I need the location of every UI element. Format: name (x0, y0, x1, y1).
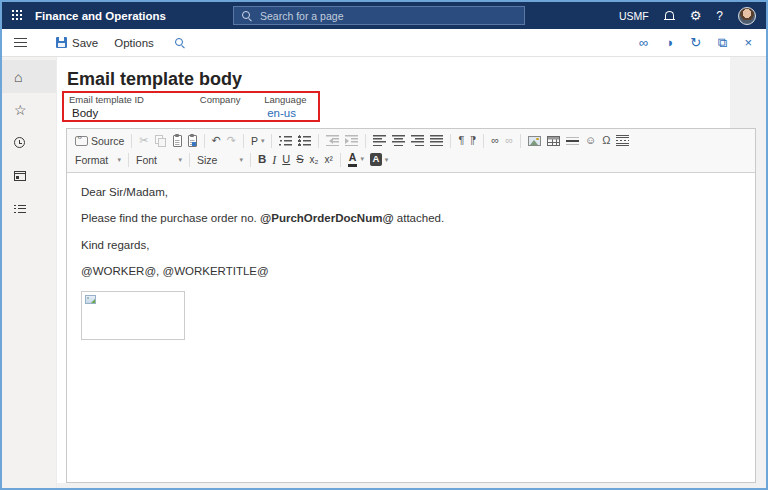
link-button[interactable]: ∞ (488, 134, 502, 147)
attachments-icon[interactable]: ∞ (639, 36, 648, 49)
strikethrough-button[interactable]: S (293, 153, 306, 166)
superscript-button[interactable]: x² (322, 154, 336, 166)
scrollbar-gutter[interactable] (755, 128, 766, 488)
caret-down-icon: ▾ (261, 137, 265, 145)
ltr-paragraph-icon: ¶ (458, 135, 464, 146)
save-icon (56, 37, 67, 48)
action-bar: Save Options ∞◑↻⧉× (2, 29, 766, 57)
sidebar-item-home[interactable]: ⌂ (2, 60, 56, 93)
text-color-icon: A (348, 152, 358, 166)
language-value-link[interactable]: en-us (264, 107, 313, 119)
special-character-button[interactable]: Ω (599, 134, 613, 147)
bold-button[interactable]: B (255, 153, 269, 167)
company-picker[interactable]: USMF (619, 10, 649, 22)
size-dropdown-label: Size (197, 154, 217, 166)
sidebar-item-recent[interactable] (2, 126, 56, 159)
align-justify-icon (430, 135, 443, 146)
align-justify-button[interactable] (427, 134, 446, 147)
cut-button[interactable]: ✂ (136, 134, 151, 147)
subscript-icon: x₂ (310, 155, 319, 165)
editor-paragraph: Please find the purchase order no. @Purc… (81, 211, 741, 225)
paste-from-word-icon (188, 135, 197, 147)
sidebar-item-modules[interactable] (2, 192, 56, 225)
underline-button[interactable]: U (279, 153, 293, 166)
close-icon[interactable]: × (744, 36, 752, 49)
font-dropdown[interactable]: Font▾ (133, 153, 185, 167)
company-field[interactable]: Company (200, 94, 264, 119)
settings-gear-icon[interactable]: ⚙ (690, 9, 702, 22)
modules-icon (14, 204, 26, 214)
broken-image-placeholder[interactable] (81, 291, 185, 340)
paste-button[interactable] (170, 134, 185, 148)
align-left-button[interactable] (370, 134, 389, 147)
text-color-dropdown[interactable]: A▾ (345, 151, 367, 167)
language-field[interactable]: Language en-us (264, 94, 313, 119)
email-template-id-value[interactable]: Body (69, 107, 200, 119)
save-button[interactable]: Save (56, 37, 98, 49)
nav-hamburger-icon[interactable] (14, 38, 27, 47)
toolbar-separator (318, 134, 319, 148)
sidebar-item-favorites[interactable]: ☆ (2, 93, 56, 126)
paragraph-format-dropdown[interactable]: P▾ (248, 134, 268, 148)
open-new-window-icon[interactable]: ⧉ (718, 36, 727, 49)
notifications-icon[interactable] (664, 10, 675, 22)
sidebar-item-workspaces[interactable] (2, 159, 56, 192)
italic-button[interactable]: I (269, 153, 279, 167)
redo-icon: ↷ (227, 135, 236, 146)
background-color-icon: A (370, 153, 382, 165)
align-right-button[interactable] (408, 134, 427, 147)
superscript-icon: x² (325, 155, 333, 165)
search-icon (174, 37, 185, 48)
special-character-icon: Ω (602, 135, 610, 146)
editor-content-area[interactable]: Dear Sir/Madam,Please find the purchase … (67, 173, 755, 482)
global-search-input[interactable] (258, 9, 517, 23)
increase-indent-button[interactable] (342, 134, 361, 147)
align-center-button[interactable] (389, 134, 408, 147)
copy-button[interactable] (152, 134, 170, 148)
rtl-paragraph-button[interactable]: ¶ (467, 134, 479, 147)
options-button[interactable]: Options (114, 37, 154, 49)
email-template-id-field[interactable]: Email template ID Body (69, 94, 200, 119)
toolbar-separator (243, 134, 244, 148)
bulleted-list-button[interactable] (295, 134, 314, 147)
contrast-icon[interactable]: ◑ (665, 36, 673, 49)
insert-image-icon (528, 136, 541, 146)
help-icon[interactable]: ? (716, 9, 723, 23)
format-dropdown-label: Format (75, 154, 108, 166)
page-break-button[interactable] (613, 134, 632, 147)
app-window: Finance and Operations USMF ⚙ ? Save Opt… (0, 0, 768, 490)
paragraph-format-dropdown-label: P (251, 135, 258, 147)
smiley-button[interactable]: ☺ (582, 134, 599, 147)
background-color-dropdown[interactable]: A▾ (367, 152, 391, 166)
global-search-box[interactable] (233, 6, 525, 25)
nav-sidebar: ⌂☆ (2, 57, 56, 488)
numbered-list-button[interactable] (276, 134, 295, 147)
size-dropdown[interactable]: Size▾ (194, 153, 246, 167)
unlink-button[interactable]: ∞ (502, 134, 516, 147)
rtl-paragraph-icon: ¶ (470, 135, 476, 146)
caret-down-icon: ▾ (117, 156, 121, 164)
template-fields-annotation-box: Email template ID Body Company Language … (62, 91, 320, 122)
company-label: Company (200, 94, 264, 105)
copy-icon (155, 135, 167, 147)
horizontal-rule-button[interactable] (563, 135, 582, 147)
actionbar-search-button[interactable] (174, 37, 185, 48)
subscript-button[interactable]: x₂ (307, 154, 322, 166)
user-avatar[interactable] (738, 7, 756, 25)
paste-from-word-button[interactable] (185, 134, 200, 148)
redo-button[interactable]: ↷ (224, 134, 239, 147)
star-icon: ☆ (14, 103, 27, 117)
ltr-paragraph-button[interactable]: ¶ (455, 134, 467, 147)
toolbar-separator (128, 153, 129, 167)
source-button[interactable]: Source (72, 134, 127, 148)
undo-button[interactable]: ↶ (209, 134, 224, 147)
insert-image-button[interactable] (525, 135, 544, 147)
format-dropdown[interactable]: Format▾ (72, 153, 124, 167)
background-strip (57, 483, 755, 488)
refresh-icon[interactable]: ↻ (690, 36, 701, 49)
decrease-indent-button[interactable] (323, 134, 342, 147)
toolbar-separator (204, 134, 205, 148)
waffle-icon[interactable] (12, 10, 23, 21)
insert-table-button[interactable] (544, 135, 563, 147)
page-break-icon (616, 135, 629, 146)
